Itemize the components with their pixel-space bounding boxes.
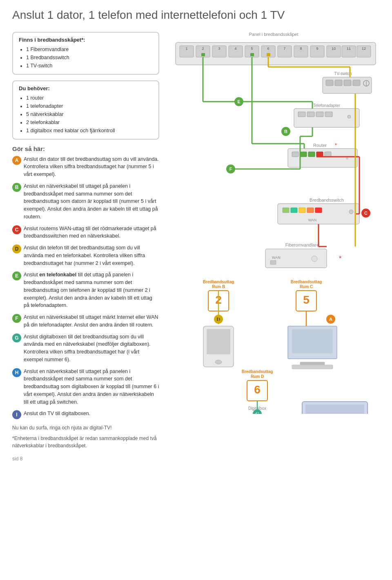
step-G-text: Anslut digitalboxen till det bredbandsut…: [24, 333, 159, 364]
finns-list: 1 Fiberomvandlare 1 Bredbandsswitch 1 TV…: [26, 45, 153, 70]
svg-rect-75: [283, 208, 289, 213]
svg-text:*: *: [335, 142, 337, 148]
svg-text:8: 8: [300, 47, 302, 51]
svg-text:E: E: [237, 99, 240, 104]
behoever-item-4: 2 telefonkablar: [26, 118, 153, 127]
svg-text:TV-switch: TV-switch: [334, 71, 352, 76]
svg-text:Router: Router: [313, 143, 327, 148]
panel-label: Panel i bredbandsskåpet: [167, 32, 380, 37]
gor-header: Gör så här:: [12, 145, 159, 152]
badge-C: C: [12, 225, 21, 234]
svg-text:10: 10: [332, 47, 336, 51]
svg-text:Bredbandsuttag: Bredbandsuttag: [242, 369, 273, 374]
svg-rect-113: [292, 329, 333, 353]
badge-H: H: [12, 368, 21, 377]
svg-text:11: 11: [347, 47, 351, 51]
svg-text:F: F: [229, 167, 232, 171]
svg-text:Bredbandsswitch: Bredbandsswitch: [310, 198, 344, 202]
badge-G: G: [12, 333, 21, 342]
svg-rect-55: [300, 152, 307, 157]
svg-rect-57: [316, 152, 323, 157]
svg-rect-79: [315, 208, 322, 213]
page-number: sid 8: [12, 456, 159, 462]
diagram-svg: 1 2 3 4 5: [167, 38, 380, 414]
page-title: Anslut 1 dator, 1 telefon med internette…: [12, 8, 380, 22]
svg-rect-134: [305, 404, 364, 414]
step-I: I Anslut din TV till digitalboxen.: [12, 410, 159, 419]
footnote-text: *Enheterna i bredbandsskåpet är redan sa…: [12, 436, 157, 449]
badge-A: A: [12, 156, 21, 165]
svg-rect-31: [335, 80, 342, 86]
behoever-item-1: 1 router: [26, 94, 153, 102]
svg-text:WAN: WAN: [272, 256, 281, 260]
diagram-area: Panel i bredbandsskåpet 1 2: [167, 32, 380, 415]
svg-rect-58: [325, 152, 331, 157]
finns-item-1: 1 Fiberomvandlare: [26, 45, 153, 53]
svg-text:Rum D: Rum D: [251, 374, 264, 379]
behoever-list: 1 router 1 telefonadapter 5 nätverkskabl…: [26, 94, 153, 135]
svg-rect-42: [307, 112, 314, 117]
svg-text:Telefonadapter: Telefonadapter: [313, 103, 341, 108]
behoever-item-2: 1 telefonadapter: [26, 102, 153, 110]
finns-item-2: 1 Bredbandsswitch: [26, 53, 153, 62]
svg-text:9: 9: [316, 47, 318, 51]
behoever-item-5: 1 digitalbox med kablar och fjärrkontrol…: [26, 127, 153, 135]
svg-text:3: 3: [218, 47, 220, 51]
behoever-title: Du behöver:: [19, 85, 153, 91]
svg-text:Bredbandsuttag: Bredbandsuttag: [291, 280, 322, 284]
svg-rect-33: [353, 80, 360, 86]
finns-item-3: 1 TV-switch: [26, 62, 153, 70]
svg-point-91: [312, 256, 317, 262]
svg-text:Bredbandsuttag: Bredbandsuttag: [203, 280, 234, 284]
final-text-content: Nu kan du surfa, ringa och njuta av digi…: [12, 425, 111, 431]
svg-rect-74: [278, 204, 359, 224]
svg-text:5: 5: [303, 293, 310, 306]
badge-E: E: [12, 271, 21, 280]
svg-rect-115: [292, 365, 333, 369]
svg-point-59: [346, 157, 348, 160]
svg-text:Rum B: Rum B: [212, 284, 225, 289]
svg-rect-44: [325, 112, 332, 117]
svg-rect-76: [291, 208, 297, 213]
step-E-text: Anslut en telefonkabel till det uttag på…: [24, 271, 159, 309]
left-column: Finns i bredbandsskåpet*: 1 Fiberomvandl…: [12, 32, 159, 462]
step-I-text: Anslut din TV till digitalboxen.: [24, 410, 90, 418]
svg-point-45: [347, 115, 351, 118]
badge-F: F: [12, 314, 21, 323]
svg-text:4: 4: [234, 47, 236, 51]
svg-text:6: 6: [267, 47, 269, 51]
svg-rect-77: [299, 208, 305, 213]
svg-rect-12: [250, 53, 254, 56]
svg-text:7: 7: [283, 47, 285, 51]
right-column: Panel i bredbandsskåpet 1 2: [167, 32, 380, 462]
svg-rect-41: [298, 112, 305, 117]
svg-text:Rum C: Rum C: [300, 284, 313, 289]
final-text: Nu kan du surfa, ringa och njuta av digi…: [12, 424, 159, 431]
badge-I: I: [12, 410, 21, 419]
step-H: H Anslut en nätverkskabel till uttaget p…: [12, 368, 159, 406]
svg-point-104: [215, 360, 222, 364]
svg-rect-32: [344, 80, 351, 86]
svg-text:C: C: [364, 211, 368, 216]
svg-rect-78: [307, 208, 314, 213]
svg-text:1: 1: [185, 47, 187, 51]
svg-rect-56: [308, 152, 315, 157]
step-C: C Anslut routerns WAN-uttag till det röd…: [12, 225, 159, 240]
step-F: F Anslut en nätverkskabel till uttaget m…: [12, 313, 159, 329]
finns-title: Finns i bredbandsskåpet*:: [19, 37, 153, 43]
svg-text:6: 6: [254, 383, 261, 396]
svg-text:WAN: WAN: [308, 218, 317, 222]
step-A-text: Anslut din dator till det bredbandsuttag…: [24, 156, 159, 178]
step-G: G Anslut digitalboxen till det bredbands…: [12, 333, 159, 364]
svg-text:A: A: [329, 317, 332, 322]
svg-text:B: B: [284, 129, 287, 134]
finns-box: Finns i bredbandsskåpet*: 1 Fiberomvandl…: [12, 32, 159, 75]
step-C-text: Anslut routerns WAN-uttag till det rödma…: [24, 225, 159, 240]
svg-rect-43: [316, 112, 323, 117]
svg-rect-90: [270, 260, 276, 264]
svg-rect-30: [326, 80, 333, 86]
badge-B: B: [12, 183, 21, 192]
footnote: *Enheterna i bredbandsskåpet är redan sa…: [12, 435, 159, 449]
step-B: B Anslut en nätverkskabel till uttaget p…: [12, 182, 159, 221]
behoever-item-3: 5 nätverkskablar: [26, 110, 153, 118]
